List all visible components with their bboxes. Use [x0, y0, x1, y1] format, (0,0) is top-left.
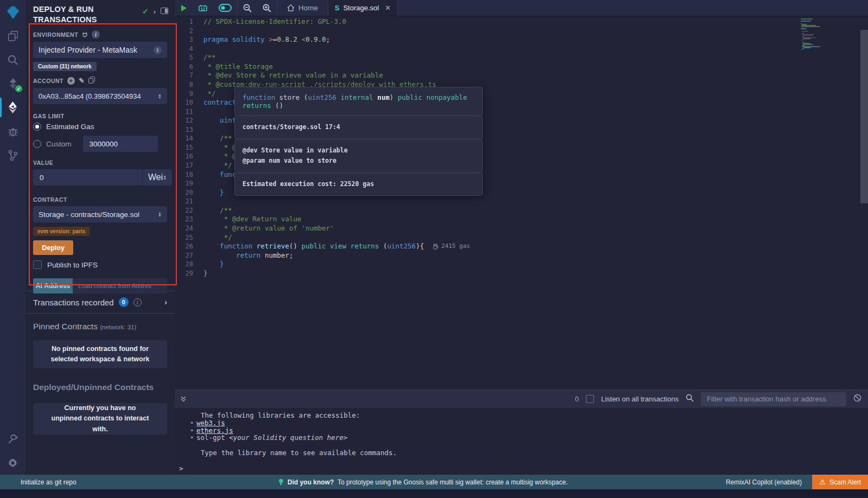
zoom-out-icon[interactable]: [238, 0, 257, 16]
line-number: 25: [175, 233, 203, 242]
value-unit-select[interactable]: Wei ▲▼: [142, 169, 172, 186]
code-line: 6 * @title Storage: [175, 62, 868, 72]
line-number: 22: [175, 206, 203, 215]
transactions-expand-chevron-icon[interactable]: ›: [164, 298, 167, 307]
line-number: 1: [175, 17, 203, 27]
transactions-recorded-row[interactable]: Transactions recorded 0 i ›: [25, 291, 175, 314]
terminal-line: sol-gpt <your Solidity question here>: [191, 434, 868, 442]
contract-label: CONTRACT: [33, 196, 167, 203]
tooltip-gas-estimate: Estimated execution cost: 22520 gas: [234, 173, 483, 196]
activity-item-file-explorer[interactable]: [0, 24, 25, 48]
line-number: 19: [175, 179, 203, 188]
code-line: 22 /**: [175, 206, 868, 215]
code-line: 1// SPDX-License-Identifier: GPL-3.0: [175, 17, 868, 27]
at-address-input[interactable]: [73, 278, 167, 293]
terminal-link[interactable]: ethers.js: [196, 426, 233, 435]
pin-panel-chevron-icon[interactable]: ›: [154, 8, 156, 16]
code-line: 24 * @return value of 'number': [175, 224, 868, 233]
network-badge: Custom (31) network: [33, 62, 97, 71]
code-line: 5/**: [175, 53, 868, 62]
terminal-prompt[interactable]: >: [179, 464, 868, 473]
line-number: 16: [175, 152, 203, 161]
editor-tab-bar: Home S Storage.sol ✕: [175, 0, 868, 16]
code-area[interactable]: 1// SPDX-License-Identifier: GPL-3.023pr…: [175, 16, 868, 390]
init-git-repo-button[interactable]: Initialize as git repo: [0, 478, 76, 486]
line-number: 14: [175, 134, 203, 143]
activity-item-debugger[interactable]: [0, 119, 25, 143]
activity-item-search[interactable]: [0, 48, 25, 72]
deployed-contracts-empty-message: Currently you have no unpinned contracts…: [33, 403, 167, 435]
copilot-status[interactable]: RemixAI Copilot (enabled): [726, 478, 802, 486]
estimated-gas-radio[interactable]: [33, 123, 41, 131]
scam-alert-button[interactable]: ⚠ Scam Alert: [812, 475, 868, 489]
sign-message-icon[interactable]: ✎: [79, 76, 85, 85]
line-number: 3: [175, 35, 203, 44]
environment-info-icon[interactable]: i: [92, 30, 100, 39]
custom-gas-radio[interactable]: [33, 140, 41, 148]
plug-icon[interactable]: [82, 31, 88, 37]
activity-item-settings[interactable]: [0, 451, 25, 475]
tooltip-natspec: @dev Store value in variable @param num …: [234, 139, 483, 173]
editor-scrollbar[interactable]: [860, 30, 868, 203]
value-input[interactable]: [33, 169, 142, 186]
panel-header: Deploy & run transactions ✓ ›: [25, 0, 175, 24]
at-address-button[interactable]: At Address: [33, 278, 73, 293]
copilot-toggle-switch[interactable]: [213, 0, 237, 16]
pending-tx-count: 0: [575, 395, 579, 403]
line-number: 21: [175, 197, 203, 206]
account-select[interactable]: 0xA03...85ac4 (0.398673504934 ▲▼: [33, 88, 167, 104]
tab-home[interactable]: Home: [277, 0, 328, 16]
copy-account-icon[interactable]: [88, 76, 95, 85]
publish-ipfs-checkbox[interactable]: [33, 260, 42, 269]
deployed-contracts-title: Deployed/Unpinned Contracts: [33, 382, 167, 392]
transactions-info-icon[interactable]: i: [133, 298, 142, 307]
account-label: ACCOUNT + ✎: [33, 76, 167, 85]
environment-select[interactable]: Injected Provider - MetaMask ▲▼: [33, 42, 167, 58]
terminal-link[interactable]: web3.js: [196, 419, 225, 427]
terminal-search-icon: [686, 394, 694, 404]
create-account-icon[interactable]: +: [67, 77, 75, 85]
gas-estimate-hint[interactable]: 2415 gas: [433, 242, 470, 251]
select-arrows-icon: ▲▼: [158, 212, 162, 217]
custom-gas-input[interactable]: [83, 136, 158, 152]
terminal-region: 0 Listen on all transactions The followi…: [175, 390, 868, 475]
evm-version-badge: evm version: paris: [33, 227, 90, 236]
ai-copilot-robot-icon[interactable]: [193, 0, 213, 16]
code-line: 3pragma solidity >=0.8.2 <0.9.0;: [175, 35, 868, 44]
home-icon: [287, 4, 295, 11]
activity-item-git[interactable]: [0, 143, 25, 167]
code-line: 4: [175, 44, 868, 54]
deploy-button[interactable]: Deploy: [33, 240, 73, 255]
deploy-run-panel: Deploy & run transactions ✓ › ENVIRONMEN…: [25, 0, 175, 475]
run-script-play-button[interactable]: [175, 0, 193, 16]
select-arrows-icon: ▲▼: [158, 93, 162, 99]
terminal-line: The following libraries are accessible:: [191, 412, 868, 419]
line-number: 8: [175, 80, 203, 90]
terminal-line: ethers.js: [191, 427, 868, 435]
contract-select[interactable]: Storage - contracts/Storage.sol ▲▼: [33, 206, 167, 222]
close-tab-icon[interactable]: ✕: [385, 4, 391, 12]
line-number: 18: [175, 170, 203, 180]
minimap[interactable]: [801, 18, 837, 50]
transactions-count-badge: 0: [119, 297, 129, 307]
activity-item-deploy-and-run[interactable]: [0, 95, 25, 119]
line-number: 2: [175, 27, 203, 36]
code-line: 23 * @dev Return value: [175, 215, 868, 224]
line-number: 15: [175, 143, 203, 152]
line-number: 23: [175, 215, 203, 224]
editor-region: Home S Storage.sol ✕ 1// SPDX-License-Id…: [175, 0, 868, 390]
tab-storage-sol[interactable]: S Storage.sol ✕: [328, 0, 398, 16]
publish-ipfs-label: Publish to IPFS: [47, 261, 98, 269]
listen-all-checkbox[interactable]: [586, 395, 594, 403]
terminal-filter-input[interactable]: [701, 392, 846, 406]
code-line: 25 */: [175, 233, 868, 242]
split-panel-icon[interactable]: [161, 7, 168, 16]
zoom-in-icon[interactable]: [257, 0, 277, 16]
activity-item-plugin-manager[interactable]: [0, 427, 25, 451]
terminal-output[interactable]: The following libraries are accessible:w…: [175, 408, 868, 457]
activity-item-remix-logo[interactable]: [0, 0, 25, 24]
clear-terminal-icon[interactable]: [853, 394, 861, 404]
activity-item-solidity-compiler[interactable]: ✓: [0, 72, 25, 95]
collapse-terminal-icon[interactable]: [180, 394, 187, 404]
code-line: 26 function retrieve() public view retur…: [175, 242, 868, 251]
